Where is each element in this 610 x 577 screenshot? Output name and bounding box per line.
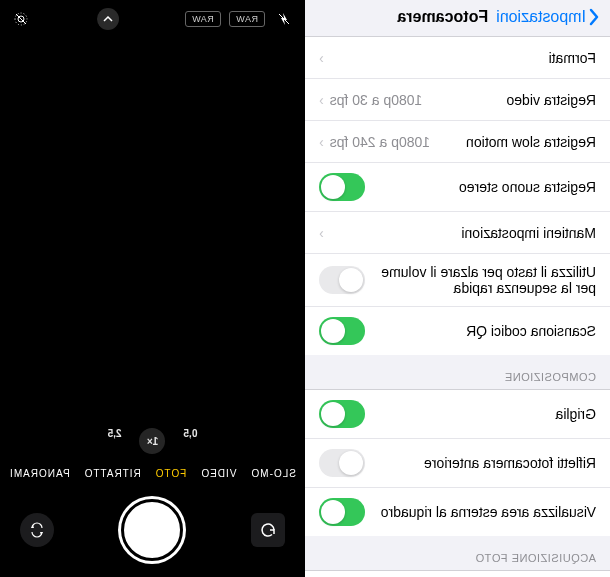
toggle-stereo[interactable] xyxy=(319,173,365,201)
row-record-slowmo[interactable]: Registra slow motion 1080p a 240 fps › xyxy=(305,121,610,163)
row-prioritize-faster: Priorità agli scatti più rapidi xyxy=(305,571,610,577)
mode-photo[interactable]: FOTO xyxy=(155,468,187,479)
camera-panel: RAW RAW 0,5 1× 2,5 SLO-MO VIDEO FOTO RIT… xyxy=(0,0,305,577)
toggle-mirror-front[interactable] xyxy=(319,449,365,477)
zoom-main[interactable]: 1× xyxy=(140,428,166,454)
nav-bar: Impostazioni Fotocamera xyxy=(305,0,610,36)
chevron-left-icon xyxy=(588,8,600,26)
mode-slomo[interactable]: SLO-MO xyxy=(250,468,295,479)
row-label: Visualizza area esterna al riquadro xyxy=(365,504,596,520)
chevron-right-icon: › xyxy=(319,50,324,66)
toggle-volume-burst[interactable] xyxy=(319,266,365,294)
row-label: Registra slow motion xyxy=(430,134,596,150)
live-photo-icon[interactable] xyxy=(10,8,32,30)
row-value: 1080p a 30 fps xyxy=(330,92,423,108)
mode-selector[interactable]: SLO-MO VIDEO FOTO RITRATTO PANORAMI xyxy=(0,460,305,489)
row-label: Mantieni impostazioni xyxy=(324,225,596,241)
raw-chip[interactable]: RAW xyxy=(229,11,265,27)
refresh-icon xyxy=(259,521,277,539)
row-record-video[interactable]: Registra video 1080p a 30 fps › xyxy=(305,79,610,121)
row-preserve-settings[interactable]: Mantieni impostazioni › xyxy=(305,212,610,254)
last-photo-thumbnail[interactable] xyxy=(251,513,285,547)
section-header-composition: COMPOSIZIONE xyxy=(305,355,610,389)
shutter-button[interactable] xyxy=(122,499,184,561)
row-value: 1080p a 240 fps xyxy=(330,134,430,150)
mode-video[interactable]: VIDEO xyxy=(200,468,236,479)
row-scan-qr: Scansiona codici QR xyxy=(305,307,610,355)
zoom-wide[interactable]: 0,5 xyxy=(184,428,198,454)
row-label: Utilizza il tasto per alzare il volume p… xyxy=(365,264,596,296)
chevron-right-icon: › xyxy=(319,92,324,108)
chevron-up-icon xyxy=(103,16,113,22)
camera-flip-icon xyxy=(28,521,46,539)
raw-chip[interactable]: RAW xyxy=(185,11,221,27)
section-header-capture: ACQUISIZIONE FOTO xyxy=(305,536,610,570)
toggle-grid[interactable] xyxy=(319,400,365,428)
toggle-scan-qr[interactable] xyxy=(319,317,365,345)
section-capture: Priorità agli scatti più rapidi xyxy=(305,570,610,577)
mode-portrait[interactable]: RITRATTO xyxy=(84,468,141,479)
row-label: Scansiona codici QR xyxy=(365,323,596,339)
toggle-view-outside[interactable] xyxy=(319,498,365,526)
row-label: Formati xyxy=(324,50,596,66)
row-label: Registra suono stereo xyxy=(365,179,596,195)
row-view-outside-frame: Visualizza area esterna al riquadro xyxy=(305,488,610,536)
zoom-tele[interactable]: 2,5 xyxy=(108,428,122,454)
camera-flip-button[interactable] xyxy=(20,513,54,547)
row-stereo-sound: Registra suono stereo xyxy=(305,163,610,212)
flash-icon[interactable] xyxy=(273,8,295,30)
row-label: Rifletti fotocamera anteriore xyxy=(365,455,596,471)
section-composition: Griglia Rifletti fotocamera anteriore Vi… xyxy=(305,389,610,536)
mode-pano[interactable]: PANORAMI xyxy=(9,468,70,479)
chevron-right-icon: › xyxy=(319,134,324,150)
camera-top-bar: RAW RAW xyxy=(0,0,305,38)
back-button[interactable]: Impostazioni xyxy=(496,8,600,26)
back-label: Impostazioni xyxy=(496,8,586,26)
page-title: Fotocamera xyxy=(397,8,488,26)
settings-panel: Impostazioni Fotocamera Formati › Regist… xyxy=(305,0,610,577)
viewfinder[interactable] xyxy=(0,38,305,422)
row-mirror-front: Rifletti fotocamera anteriore xyxy=(305,439,610,488)
row-label: Griglia xyxy=(365,406,596,422)
row-formats[interactable]: Formati › xyxy=(305,37,610,79)
row-grid: Griglia xyxy=(305,390,610,439)
zoom-selector: 0,5 1× 2,5 xyxy=(0,422,305,460)
chevron-right-icon: › xyxy=(319,225,324,241)
section-general: Formati › Registra video 1080p a 30 fps … xyxy=(305,36,610,355)
camera-bottom-bar xyxy=(0,489,305,577)
row-label: Registra video xyxy=(422,92,596,108)
row-volume-burst: Utilizza il tasto per alzare il volume p… xyxy=(305,254,610,307)
camera-options-caret[interactable] xyxy=(97,8,119,30)
